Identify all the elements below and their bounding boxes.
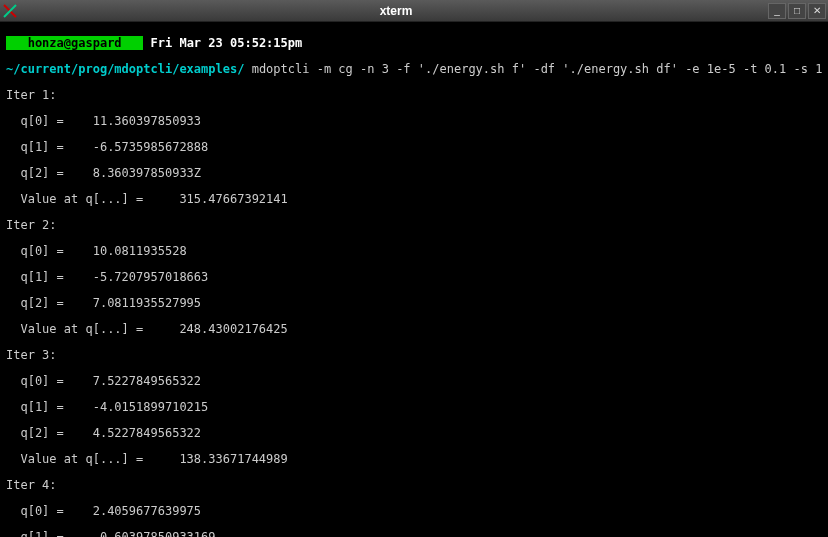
xterm-window: xterm _ □ ✕ honza@gaspard Fri Mar 23 05:…: [0, 0, 828, 537]
output-line: q[0] = 7.5227849565322: [6, 375, 822, 388]
output-line: q[0] = 10.0811935528: [6, 245, 822, 258]
window-controls: _ □ ✕: [768, 3, 826, 19]
output-line: q[1] = -6.5735985672888: [6, 141, 822, 154]
output-line: Iter 2:: [6, 219, 822, 232]
output-line: Value at q[...] = 138.33671744989: [6, 453, 822, 466]
prompt-command-line: ~/current/prog/mdoptcli/examples/ mdoptc…: [6, 63, 822, 76]
output-line: q[2] = 7.0811935527995: [6, 297, 822, 310]
datetime: Fri Mar 23 05:52:15pm: [151, 36, 303, 50]
output-line: Iter 3:: [6, 349, 822, 362]
close-button[interactable]: ✕: [808, 3, 826, 19]
app-icon: [2, 3, 18, 19]
output-line: q[0] = 2.4059677639975: [6, 505, 822, 518]
output-line: Value at q[...] = 315.47667392141: [6, 193, 822, 206]
output-line: q[0] = 11.360397850933: [6, 115, 822, 128]
output-line: Iter 4:: [6, 479, 822, 492]
maximize-button[interactable]: □: [788, 3, 806, 19]
output-line: q[2] = 8.360397850933Z: [6, 167, 822, 180]
prompt-path: ~/current/prog/mdoptcli/examples/: [6, 62, 244, 76]
terminal[interactable]: honza@gaspard Fri Mar 23 05:52:15pm ~/cu…: [0, 22, 828, 537]
output-line: Iter 1:: [6, 89, 822, 102]
output-line: q[1] = -0.60397850933169: [6, 531, 822, 537]
window-title: xterm: [24, 4, 768, 18]
titlebar[interactable]: xterm _ □ ✕: [0, 0, 828, 22]
prompt-status-line: honza@gaspard Fri Mar 23 05:52:15pm: [6, 37, 822, 50]
output-line: q[1] = -4.0151899710215: [6, 401, 822, 414]
output-line: Value at q[...] = 248.43002176425: [6, 323, 822, 336]
minimize-button[interactable]: _: [768, 3, 786, 19]
output-line: q[2] = 4.5227849565322: [6, 427, 822, 440]
user-host: honza@gaspard: [6, 36, 143, 50]
output-line: q[1] = -5.7207957018663: [6, 271, 822, 284]
command-text: mdoptcli -m cg -n 3 -f './energy.sh f' -…: [252, 62, 828, 76]
